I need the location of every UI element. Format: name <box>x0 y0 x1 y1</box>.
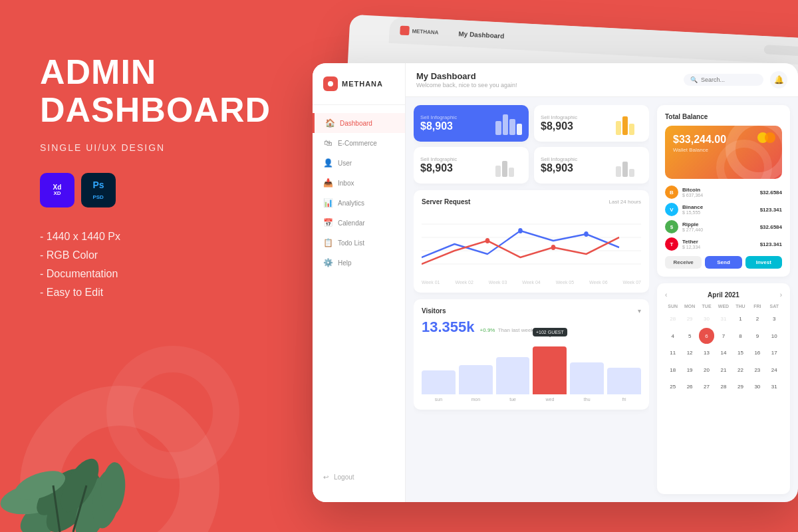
cal-day-10[interactable]: 10 <box>767 328 782 343</box>
subtitle: SINGLE UI/UX DESIGN <box>40 142 253 153</box>
feature-color: - RGB Color <box>40 249 253 261</box>
cal-day-28[interactable]: 28 <box>716 379 731 394</box>
sidebar: METHANA 🏠 Dashboard 🛍 E-Commerce 👤 User … <box>313 63 406 502</box>
cal-day-5[interactable]: 5 <box>682 328 697 343</box>
main-title: ADMIN DASHBOARD <box>40 53 253 129</box>
bar-wed: +102 GUEST <box>533 346 567 394</box>
cal-day-30[interactable]: 30 <box>749 379 765 394</box>
feature-docs: - Documentation <box>40 268 253 280</box>
svg-point-16 <box>584 231 589 237</box>
cal-day-14[interactable]: 14 <box>716 345 731 360</box>
trx-icon: T <box>665 237 678 251</box>
logout-icon: ↩ <box>323 473 329 481</box>
crypto-item-ppc: $ Ripple $ 277,440 $32.6584 <box>665 220 782 233</box>
tool-badges: XdXD PsPSD <box>40 173 253 207</box>
btc-icon: B <box>665 186 678 199</box>
cal-day-17[interactable]: 17 <box>767 345 782 360</box>
visitors-change: +0.9% Than last week <box>480 327 534 333</box>
stat-card-1: Sell Infographic $8,903 <box>534 105 649 142</box>
inbox-icon: 📥 <box>323 178 332 188</box>
visitors-card: Visitors ▾ 13.355k +0.9% Than last week <box>414 299 649 410</box>
vet-icon: V <box>665 203 678 216</box>
sidebar-logo: METHANA <box>313 76 405 105</box>
cal-day-18[interactable]: 18 <box>665 362 680 377</box>
cal-day-22[interactable]: 22 <box>733 362 748 377</box>
bar-thu <box>570 362 604 394</box>
sidebar-item-user[interactable]: 👤 User <box>313 153 405 173</box>
cal-day-31-inactive[interactable]: 31 <box>716 311 731 327</box>
cal-day-12[interactable]: 12 <box>682 345 697 360</box>
invest-button[interactable]: Invest <box>745 256 782 269</box>
cal-day-6-today[interactable]: 6 <box>699 328 714 343</box>
sidebar-nav: 🏠 Dashboard 🛍 E-Commerce 👤 User 📥 Inbox … <box>313 105 405 466</box>
logo-icon <box>323 76 338 91</box>
cal-day-28-inactive[interactable]: 28 <box>665 311 680 327</box>
cal-day-9[interactable]: 9 <box>749 328 765 343</box>
search-icon: 🔍 <box>690 76 698 83</box>
right-content-area: Total Balance $33,244.00 Wallet Balance <box>657 105 790 494</box>
mastercard-icon <box>757 132 775 143</box>
cal-day-7[interactable]: 7 <box>716 328 731 343</box>
svg-point-15 <box>518 228 523 233</box>
cal-day-27[interactable]: 27 <box>699 379 714 394</box>
cal-day-20[interactable]: 20 <box>699 362 714 377</box>
cal-day-11[interactable]: 11 <box>665 345 680 360</box>
visitors-dropdown[interactable]: ▾ <box>638 307 641 315</box>
cal-day-2[interactable]: 2 <box>749 311 765 327</box>
balance-title: Total Balance <box>665 113 782 120</box>
calendar-title: April 2021 <box>708 291 739 299</box>
svg-point-17 <box>485 238 490 243</box>
cal-day-1[interactable]: 1 <box>733 311 748 327</box>
sidebar-item-ecommerce[interactable]: 🛍 E-Commerce <box>313 133 405 153</box>
cal-day-29[interactable]: 29 <box>733 379 748 394</box>
sidebar-item-inbox[interactable]: 📥 Inbox <box>313 173 405 193</box>
action-buttons: Receive Send Invest <box>665 256 782 269</box>
cal-next-button[interactable]: › <box>780 291 782 299</box>
stat-card-2: Sell Infographic $8,903 <box>414 147 529 184</box>
cal-day-30-inactive[interactable]: 30 <box>699 311 714 327</box>
sidebar-item-dashboard[interactable]: 🏠 Dashboard <box>313 113 405 133</box>
send-button[interactable]: Send <box>705 256 741 269</box>
help-icon: ⚙️ <box>323 258 332 267</box>
page-title: My Dashboard <box>416 71 517 81</box>
cal-day-31[interactable]: 31 <box>767 379 782 394</box>
calendar-card: ‹ April 2021 › SUN MON TUE WED THU FRI S… <box>657 283 790 494</box>
sidebar-item-help[interactable]: ⚙️ Help <box>313 253 405 273</box>
home-icon: 🏠 <box>325 118 334 128</box>
cal-day-21[interactable]: 21 <box>716 362 731 377</box>
cal-day-16[interactable]: 16 <box>749 345 765 360</box>
notification-button[interactable]: 🔔 <box>770 71 787 88</box>
dashboard-card: METHANA 🏠 Dashboard 🛍 E-Commerce 👤 User … <box>313 63 798 502</box>
cal-day-4[interactable]: 4 <box>665 328 680 343</box>
search-box[interactable]: 🔍 <box>684 74 763 86</box>
sidebar-item-analytics[interactable]: 📊 Analytics <box>313 193 405 213</box>
user-icon: 👤 <box>323 158 332 168</box>
cal-day-15[interactable]: 15 <box>733 345 748 360</box>
bar-days: sun mon tue wed thu fri <box>422 397 641 402</box>
chart-meta: Last 24 hours <box>609 199 641 205</box>
line-chart-area <box>422 211 641 277</box>
logout-item[interactable]: ↩ Logout <box>313 466 405 489</box>
cal-day-13[interactable]: 13 <box>699 345 714 360</box>
cal-day-26[interactable]: 26 <box>682 379 697 394</box>
sidebar-item-calendar[interactable]: 📅 Calendar <box>313 213 405 233</box>
header-right: 🔍 🔔 <box>684 71 787 88</box>
cal-day-19[interactable]: 19 <box>682 362 697 377</box>
visitors-title: Visitors <box>422 307 446 315</box>
bar-sun <box>422 370 456 394</box>
receive-button[interactable]: Receive <box>665 256 702 269</box>
cal-day-24[interactable]: 24 <box>767 362 782 377</box>
main-content: My Dashboard Welcome back, nice to see y… <box>406 63 798 502</box>
stat-chart-0 <box>495 112 522 135</box>
search-input[interactable] <box>701 76 761 83</box>
sidebar-item-todolist[interactable]: 📋 Todo List <box>313 233 405 253</box>
logo-text: METHANA <box>342 80 383 88</box>
cal-day-8[interactable]: 8 <box>733 328 748 343</box>
cal-day-29-inactive[interactable]: 29 <box>682 311 697 327</box>
cal-day-3[interactable]: 3 <box>767 311 782 327</box>
bar-tue <box>496 357 530 394</box>
cal-day-23[interactable]: 23 <box>749 362 765 377</box>
cal-prev-button[interactable]: ‹ <box>665 291 667 299</box>
cal-day-25[interactable]: 25 <box>665 379 680 394</box>
credit-card: $33,244.00 Wallet Balance <box>665 126 782 179</box>
